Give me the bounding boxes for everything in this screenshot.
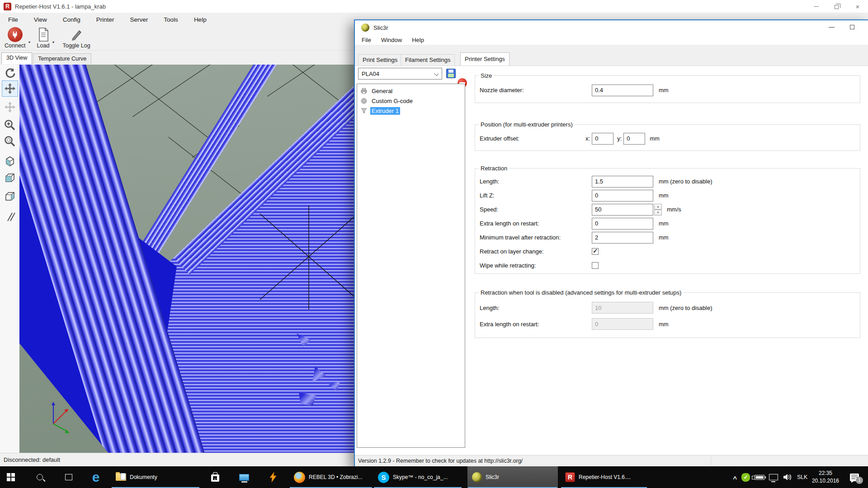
side-view-button[interactable] bbox=[2, 188, 18, 205]
slic3r-menu-window[interactable]: Window bbox=[380, 36, 403, 44]
folder-icon bbox=[116, 474, 126, 481]
taskbar-app-slic3r[interactable]: Slic3r bbox=[467, 466, 558, 488]
position-group-title: Position (for multi-extruder printers) bbox=[479, 121, 575, 128]
start-button[interactable] bbox=[0, 466, 22, 488]
offset-y-input[interactable]: 0 bbox=[623, 133, 645, 145]
zoom-fit-button[interactable] bbox=[2, 133, 18, 150]
slic3r-menu-file[interactable]: File bbox=[361, 36, 372, 44]
move-view-button[interactable] bbox=[2, 80, 18, 97]
taskbar-app-skype[interactable]: S Skype™ - no_co_ja_... bbox=[373, 466, 462, 488]
clock[interactable]: 22:35 20.10.2016 bbox=[812, 469, 839, 485]
tab-3d-view[interactable]: 3D View bbox=[1, 52, 32, 64]
search-button[interactable] bbox=[29, 466, 51, 488]
load-document-icon bbox=[37, 27, 50, 42]
save-preset-button[interactable] bbox=[446, 69, 456, 78]
repetier-titlebar: R Repetier-Host V1.6.1 - lampa_krab × bbox=[0, 0, 868, 13]
speed-spinner[interactable]: ▲ ▼ bbox=[654, 204, 662, 216]
move-object-button[interactable] bbox=[2, 99, 18, 115]
speed-input[interactable]: 50 ▲ ▼ bbox=[592, 204, 653, 216]
extra-length-input[interactable]: 0 bbox=[592, 218, 653, 230]
edge-button[interactable]: e bbox=[85, 466, 107, 488]
load-button[interactable]: Load bbox=[35, 26, 52, 50]
tab-print-settings[interactable]: Print Settings bbox=[358, 54, 402, 66]
disabled-extra-input: 0 bbox=[592, 318, 653, 330]
offset-x-label: x: bbox=[585, 135, 590, 142]
min-travel-input[interactable]: 2 bbox=[592, 232, 653, 244]
volume-icon[interactable] bbox=[783, 473, 793, 481]
restore-button[interactable] bbox=[826, 0, 847, 13]
slic3r-menubar: File Window Help bbox=[355, 35, 868, 45]
parallel-projection-button[interactable] bbox=[2, 209, 18, 225]
pencil-icon bbox=[69, 27, 84, 42]
slic3r-minimize-button[interactable] bbox=[821, 20, 842, 34]
retraction-disabled-title: Retraction when tool is disabled (advanc… bbox=[479, 289, 683, 296]
taskbar-app-repetier[interactable]: R Repetier-Host V1.6.... bbox=[561, 466, 647, 488]
winamp-button[interactable] bbox=[262, 466, 284, 488]
tray-date: 20.10.2016 bbox=[812, 477, 839, 485]
isometric-view-button[interactable] bbox=[2, 153, 18, 169]
menu-view[interactable]: View bbox=[32, 15, 49, 24]
retraction-group-title: Retraction bbox=[479, 165, 509, 172]
settings-section-list[interactable]: General Custom G-code Extruder 1 bbox=[357, 84, 465, 448]
menu-tools[interactable]: Tools bbox=[162, 15, 180, 24]
antivirus-icon[interactable]: ✓ bbox=[741, 473, 750, 482]
store-button[interactable] bbox=[204, 466, 226, 488]
front-view-button[interactable] bbox=[2, 170, 18, 186]
tab-printer-settings[interactable]: Printer Settings bbox=[460, 52, 509, 66]
3d-viewport[interactable] bbox=[19, 65, 354, 453]
gear-icon bbox=[360, 97, 368, 104]
action-center-icon[interactable]: 1 bbox=[850, 474, 859, 481]
spin-up-icon[interactable]: ▲ bbox=[654, 204, 662, 210]
monitor-app-icon bbox=[239, 474, 249, 481]
connect-dropdown-caret-icon[interactable]: ▼ bbox=[28, 41, 31, 44]
tray-expand-icon[interactable]: ∧ bbox=[732, 474, 737, 480]
extruder-offset-label: Extruder offset: bbox=[480, 135, 592, 142]
section-custom-gcode[interactable]: Custom G-code bbox=[357, 96, 465, 106]
slic3r-statusbar: Version 1.2.9 - Remember to check for up… bbox=[355, 455, 868, 466]
wipe-retracting-checkbox[interactable]: ✓ bbox=[592, 262, 599, 269]
nozzle-diameter-input[interactable]: 0.4 bbox=[592, 84, 653, 96]
load-dropdown-caret-icon[interactable]: ▼ bbox=[52, 41, 55, 44]
section-general[interactable]: General bbox=[357, 86, 465, 96]
lift-z-input[interactable]: 0 bbox=[592, 190, 653, 202]
lift-z-unit: mm bbox=[659, 192, 669, 199]
tab-temperature-curve[interactable]: Temperature Curve bbox=[33, 53, 91, 64]
taskbar-app-dokumenty[interactable]: Dokumenty bbox=[111, 466, 200, 488]
menu-config[interactable]: Config bbox=[61, 15, 82, 24]
connect-plug-icon bbox=[8, 27, 23, 42]
tab-filament-settings[interactable]: Filament Settings bbox=[401, 54, 455, 66]
rotate-view-button[interactable] bbox=[2, 65, 18, 81]
slic3r-window-title: Slic3r bbox=[373, 24, 388, 31]
slic3r-menu-help[interactable]: Help bbox=[411, 36, 425, 44]
battery-icon[interactable] bbox=[755, 475, 764, 480]
spin-down-icon[interactable]: ▼ bbox=[654, 210, 662, 216]
menu-printer[interactable]: Printer bbox=[94, 15, 116, 24]
section-extruder-1[interactable]: Extruder 1 bbox=[357, 106, 465, 116]
taskbar-app-firefox[interactable]: REBEL 3D • Zobrazi... bbox=[289, 466, 373, 488]
slic3r-maximize-button[interactable] bbox=[842, 20, 863, 34]
close-icon: × bbox=[856, 3, 860, 10]
menu-help[interactable]: Help bbox=[192, 15, 208, 24]
slic3r-window: Slic3r File Window Help Print Settings F… bbox=[354, 19, 868, 466]
view-toolbar bbox=[0, 65, 19, 453]
windows-taskbar: e Dokumenty REBEL 3D • Zobrazi... S Skyp… bbox=[0, 466, 868, 488]
retract-layer-change-label: Retract on layer change: bbox=[480, 248, 592, 255]
offset-y-label: y: bbox=[617, 135, 622, 142]
retract-length-input[interactable]: 1.5 bbox=[592, 176, 653, 188]
toggle-log-button[interactable]: Toggle Log bbox=[61, 26, 92, 50]
menu-server[interactable]: Server bbox=[128, 15, 150, 24]
connect-button[interactable]: Connect bbox=[3, 26, 28, 50]
zoom-in-button[interactable] bbox=[2, 117, 18, 133]
preset-select[interactable]: PLA04 bbox=[358, 68, 442, 80]
language-indicator[interactable]: SLK bbox=[797, 474, 807, 480]
wipe-retracting-label: Wipe while retracting: bbox=[480, 262, 592, 269]
menu-file[interactable]: File bbox=[6, 15, 20, 24]
min-travel-label: Minimum travel after retraction: bbox=[480, 234, 592, 241]
close-button[interactable]: × bbox=[847, 0, 868, 13]
minimize-button[interactable] bbox=[806, 0, 826, 13]
task-view-button[interactable] bbox=[58, 466, 80, 488]
remote-desktop-button[interactable] bbox=[233, 466, 255, 488]
retract-layer-change-checkbox[interactable]: ✓ bbox=[592, 248, 599, 255]
offset-x-input[interactable]: 0 bbox=[592, 133, 613, 145]
network-icon[interactable] bbox=[769, 474, 778, 480]
